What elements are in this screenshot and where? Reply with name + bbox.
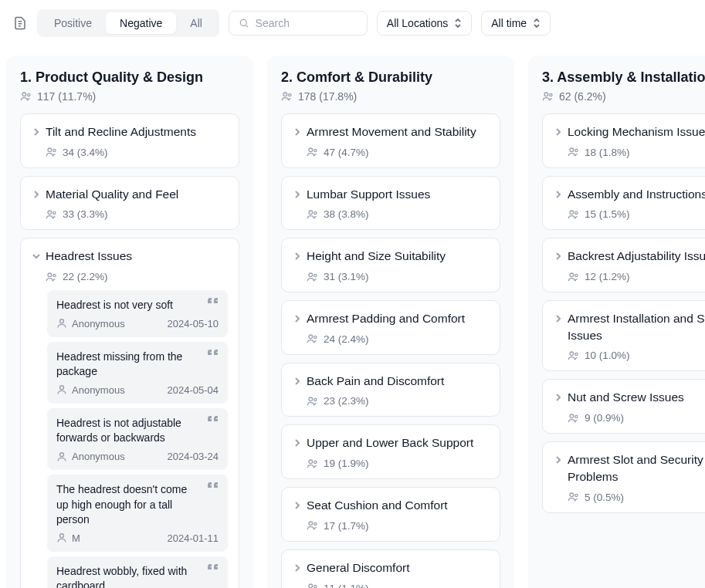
column-stats: 62 (6.2%) bbox=[542, 90, 705, 103]
topic-title: Locking Mechanism Issues bbox=[568, 123, 705, 140]
svg-point-30 bbox=[309, 460, 313, 464]
topic-card[interactable]: Armrest Movement and Stability 47 (4.7%) bbox=[281, 113, 500, 168]
topic-title: Material Quality and Feel bbox=[46, 186, 228, 203]
feedback-author: Anonymous bbox=[56, 384, 125, 396]
svg-point-31 bbox=[314, 461, 317, 463]
people-icon bbox=[307, 458, 319, 469]
topic-card[interactable]: Locking Mechanism Issues 18 (1.8%) bbox=[542, 113, 705, 168]
svg-point-19 bbox=[289, 93, 291, 96]
card-list: Tilt and Recline Adjustments 34 (3.4%) M… bbox=[20, 113, 239, 588]
tab-positive[interactable]: Positive bbox=[40, 12, 106, 34]
document-icon bbox=[12, 15, 28, 31]
topic-stats: 11 (1.1%) bbox=[307, 583, 489, 589]
chevron-right-icon bbox=[554, 314, 563, 323]
feedback-author: Anonymous bbox=[56, 318, 125, 329]
column-title: 1. Product Quality & Design bbox=[20, 69, 239, 86]
topic-card[interactable]: Lumbar Support Issues 38 (3.8%) bbox=[281, 176, 500, 231]
svg-point-7 bbox=[48, 148, 52, 152]
people-icon bbox=[568, 492, 580, 502]
search-input[interactable] bbox=[256, 17, 358, 29]
time-dropdown[interactable]: All time bbox=[481, 11, 551, 35]
feedback-date: 2024-03-24 bbox=[168, 451, 219, 462]
topic-card[interactable]: Material Quality and Feel 33 (3.3%) bbox=[20, 176, 239, 231]
feedback-item[interactable]: Headrest wobbly, fixed with cardboard DC… bbox=[47, 556, 228, 588]
tab-negative[interactable]: Negative bbox=[106, 12, 176, 34]
feedback-date: 2024-01-11 bbox=[168, 532, 219, 544]
column-title: 2. Comfort & Durability bbox=[281, 69, 500, 86]
svg-point-26 bbox=[309, 335, 313, 339]
feedback-text: The headrest doesn't come up high enough… bbox=[56, 482, 202, 528]
svg-point-33 bbox=[314, 523, 317, 525]
svg-point-25 bbox=[314, 274, 317, 276]
feedback-date: 2024-05-04 bbox=[168, 384, 219, 396]
feedback-item[interactable]: Headrest is not adjustable forwards or b… bbox=[47, 408, 228, 470]
column-title: 3. Assembly & Installation bbox=[542, 69, 705, 86]
topic-title: Assembly and Instructions bbox=[568, 186, 705, 203]
svg-point-18 bbox=[283, 93, 287, 96]
topic-stats: 47 (4.7%) bbox=[307, 147, 489, 158]
chevron-right-icon bbox=[554, 252, 563, 261]
topic-card[interactable]: Height and Size Suitability 31 (3.1%) bbox=[281, 238, 500, 292]
svg-point-16 bbox=[60, 534, 64, 538]
people-icon bbox=[307, 396, 319, 407]
search-field[interactable] bbox=[229, 11, 368, 35]
chevron-right-icon bbox=[293, 314, 302, 323]
feedback-text: Headrest missing from the package bbox=[56, 350, 202, 380]
topic-card[interactable]: Assembly and Instructions 15 (1.5%) bbox=[542, 176, 705, 231]
feedback-item[interactable]: Headrest is not very soft Anonymous 2024… bbox=[47, 290, 228, 337]
topic-card[interactable]: Back Pain and Discomfort 23 (2.3%) bbox=[281, 363, 500, 417]
people-icon bbox=[568, 209, 580, 220]
svg-point-15 bbox=[60, 452, 64, 456]
tab-all[interactable]: All bbox=[176, 12, 216, 34]
svg-point-40 bbox=[570, 211, 574, 215]
svg-point-8 bbox=[53, 150, 56, 152]
topic-stats: 12 (1.2%) bbox=[568, 271, 705, 282]
svg-point-13 bbox=[60, 319, 64, 323]
person-icon bbox=[56, 532, 67, 543]
svg-point-14 bbox=[60, 386, 64, 390]
topic-stats: 10 (1.0%) bbox=[568, 350, 705, 361]
svg-point-42 bbox=[570, 273, 574, 277]
svg-point-45 bbox=[575, 353, 578, 355]
svg-point-22 bbox=[309, 211, 313, 215]
card-list: Locking Mechanism Issues 18 (1.8%) Assem… bbox=[542, 113, 705, 513]
topic-card-expanded[interactable]: Headrest Issues 22 (2.2%) Headrest is no… bbox=[20, 238, 239, 588]
svg-point-24 bbox=[309, 273, 313, 277]
topic-card[interactable]: Tilt and Recline Adjustments 34 (3.4%) bbox=[20, 113, 239, 168]
people-icon bbox=[307, 147, 319, 157]
topic-stats: 34 (3.4%) bbox=[46, 147, 228, 158]
quote-icon bbox=[208, 350, 219, 359]
svg-point-21 bbox=[314, 150, 317, 152]
topic-stats: 23 (2.3%) bbox=[307, 395, 489, 407]
people-icon bbox=[46, 272, 58, 282]
feedback-item[interactable]: Headrest missing from the package Anonym… bbox=[47, 342, 228, 404]
topic-card[interactable]: Nut and Screw Issues 9 (0.9%) bbox=[542, 379, 705, 434]
topic-stats: 17 (1.7%) bbox=[307, 520, 489, 532]
topic-card[interactable]: Armrest Installation and Stability Issue… bbox=[542, 300, 705, 371]
topic-card[interactable]: Armrest Slot and Security Problems 5 (0.… bbox=[542, 441, 705, 512]
chevron-right-icon bbox=[293, 252, 302, 261]
topic-card[interactable]: Backrest Adjustability Issues 12 (1.2%) bbox=[542, 238, 705, 292]
search-icon bbox=[239, 17, 249, 29]
feedback-text: Headrest wobbly, fixed with cardboard bbox=[56, 564, 202, 588]
topic-card[interactable]: Seat Cushion and Comfort 17 (1.7%) bbox=[281, 487, 500, 542]
chevron-down-icon bbox=[32, 252, 41, 261]
people-icon bbox=[568, 272, 580, 282]
location-dropdown[interactable]: All Locations bbox=[377, 11, 472, 35]
svg-point-20 bbox=[309, 148, 313, 152]
topic-card[interactable]: Upper and Lower Back Support 19 (1.9%) bbox=[281, 424, 500, 479]
person-icon bbox=[56, 451, 67, 462]
svg-point-9 bbox=[48, 211, 52, 215]
topic-title: Upper and Lower Back Support bbox=[307, 434, 489, 451]
feedback-text: Headrest is not very soft bbox=[56, 298, 202, 313]
svg-point-35 bbox=[314, 585, 317, 587]
svg-point-39 bbox=[575, 150, 578, 152]
topic-card[interactable]: General Discomfort 11 (1.1%) bbox=[281, 549, 500, 588]
chevron-right-icon bbox=[293, 563, 302, 573]
svg-point-6 bbox=[28, 93, 30, 96]
people-icon bbox=[307, 333, 319, 344]
feedback-item[interactable]: The headrest doesn't come up high enough… bbox=[47, 475, 228, 552]
top-bar: Positive Negative All All Locations All … bbox=[6, 9, 699, 37]
svg-point-12 bbox=[53, 274, 56, 276]
topic-card[interactable]: Armrest Padding and Comfort 24 (2.4%) bbox=[281, 300, 500, 355]
